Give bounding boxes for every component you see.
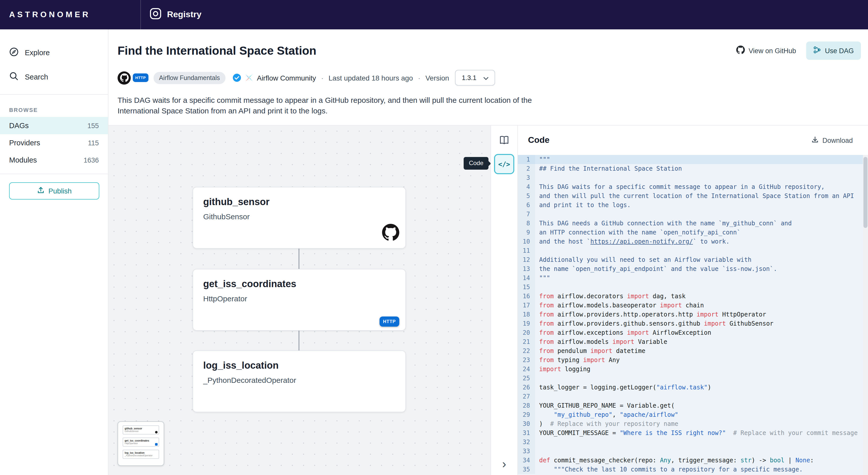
minimap-node-type: GithubSensor	[125, 430, 157, 433]
line-number: 28	[518, 401, 535, 410]
graph-edge	[299, 331, 300, 351]
task-node-github-sensor[interactable]: github_sensor GithubSensor	[192, 187, 406, 249]
github-avatar[interactable]	[118, 71, 131, 84]
task-name: log_iss_location	[203, 360, 395, 371]
line-content: and the host `https://api.open-notify.or…	[535, 237, 730, 246]
sidebar-item-search[interactable]: Search	[0, 65, 108, 89]
minimap-node-name: log_iss_location	[125, 451, 157, 454]
line-number: 7	[518, 210, 535, 219]
line-number: 27	[518, 392, 535, 401]
code-line: 12Additionally you will need to set an A…	[518, 255, 868, 264]
graph-minimap[interactable]: github_sensor GithubSensor get_iss_coord…	[118, 421, 164, 466]
sidebar-item-explore[interactable]: Explore	[0, 40, 108, 65]
line-content: def commit_message_checker(repo: Any, tr…	[535, 456, 814, 465]
line-number: 22	[518, 346, 535, 355]
minimap-node-icon	[155, 431, 158, 434]
readme-tab-button[interactable]	[499, 135, 510, 146]
line-content: the name `open_notify_api_endpoint` and …	[535, 264, 777, 273]
line-number: 12	[518, 255, 535, 264]
github-icon	[382, 224, 399, 243]
dag-graph-canvas[interactable]: github_sensor GithubSensor get_iss_coord…	[108, 126, 491, 475]
code-line: 17from airflow.models.baseoperator impor…	[518, 301, 868, 310]
line-content	[535, 438, 539, 447]
use-dag-label: Use DAG	[825, 47, 854, 55]
task-name: github_sensor	[203, 197, 395, 208]
line-number: 32	[518, 438, 535, 447]
author-link[interactable]: Airflow Community	[257, 74, 316, 82]
task-node-log-iss-location[interactable]: log_iss_location _PythonDecoratedOperato…	[192, 350, 406, 412]
line-number: 26	[518, 383, 535, 392]
task-node-get-iss-coordinates[interactable]: get_iss_coordinates HttpOperator HTTP	[192, 269, 406, 331]
line-number: 13	[518, 264, 535, 273]
code-viewer[interactable]: 1"""2## Find the International Space Sta…	[518, 155, 868, 475]
line-number: 1	[518, 155, 535, 164]
sidebar: Explore Search BROWSE DAGs 155	[0, 29, 108, 475]
line-number: 6	[518, 201, 535, 210]
use-dag-button[interactable]: Use DAG	[806, 41, 861, 60]
browse-item-count: 1636	[84, 156, 99, 164]
code-line: 20from airflow.exceptions import Airflow…	[518, 328, 868, 337]
dag-description: This DAG waits for a specific commit mes…	[118, 95, 566, 116]
download-button[interactable]: Download	[811, 136, 853, 145]
line-content: """Check the last 10 commits to a reposi…	[535, 465, 803, 474]
line-content	[535, 447, 539, 456]
code-line: 24import logging	[518, 365, 868, 374]
task-type: _PythonDecoratedOperator	[203, 376, 395, 384]
minimap-node-type: _PythonDecoratedOperator	[125, 454, 157, 457]
line-number: 3	[518, 173, 535, 182]
code-panel-header: Code Download	[518, 126, 868, 155]
compass-icon	[9, 47, 19, 58]
collapse-panel-chevron[interactable]: ›	[502, 458, 506, 470]
line-content: from airflow.providers.github.sensors.gi…	[535, 319, 774, 328]
line-number: 8	[518, 219, 535, 228]
code-line: 4This DAG waits for a specific commit me…	[518, 182, 868, 192]
registry-label: Registry	[167, 10, 202, 20]
code-scrollbar-thumb[interactable]	[863, 157, 867, 228]
line-content: from airflow.providers.http.operators.ht…	[535, 310, 766, 319]
line-number: 18	[518, 310, 535, 319]
code-line: 29 "my_github_repo", "apache/airflow"	[518, 410, 868, 419]
sidebar-item-dags[interactable]: DAGs 155	[0, 117, 108, 134]
line-content	[535, 392, 539, 401]
meta-separator: ·	[321, 74, 323, 82]
download-label: Download	[823, 136, 853, 144]
minimap-node: log_iss_location _PythonDecoratedOperato…	[123, 450, 159, 459]
browse-section-label: BROWSE	[0, 100, 108, 117]
sidebar-item-providers[interactable]: Providers 115	[0, 134, 108, 151]
tag-airflow-fundamentals[interactable]: Airflow Fundamentals	[154, 72, 225, 84]
http-provider-badge[interactable]: HTTP	[133, 73, 149, 82]
minimap-node-name: get_iss_coordinates	[125, 439, 157, 442]
line-content	[535, 246, 539, 255]
code-line: 6and print it to the logs.	[518, 201, 868, 210]
version-dropdown[interactable]: 1.3.1	[455, 70, 495, 86]
registry-home-link[interactable]: Registry	[149, 7, 202, 22]
line-number: 10	[518, 237, 535, 246]
line-number: 21	[518, 337, 535, 346]
line-content: and then will pull the current location …	[535, 192, 854, 201]
code-tooltip: Code	[464, 157, 489, 170]
line-number: 29	[518, 410, 535, 419]
code-line: 19from airflow.providers.github.sensors.…	[518, 319, 868, 328]
code-line: 33	[518, 447, 868, 456]
line-number: 9	[518, 228, 535, 237]
code-panel-title: Code	[528, 135, 550, 145]
line-content	[535, 374, 539, 383]
code-tab-button[interactable]: </>	[494, 154, 514, 174]
sidebar-item-modules[interactable]: Modules 1636	[0, 151, 108, 169]
line-content: YOUR_COMMIT_MESSAGE = "Where is the ISS …	[535, 429, 858, 438]
line-content: "my_github_repo", "apache/airflow"	[535, 410, 678, 419]
code-line: 18from airflow.providers.http.operators.…	[518, 310, 868, 319]
line-number: 34	[518, 456, 535, 465]
publish-button[interactable]: Publish	[9, 182, 99, 200]
line-number: 23	[518, 355, 535, 365]
line-number: 20	[518, 328, 535, 337]
branch-icon	[813, 46, 821, 55]
graph-edge	[299, 249, 300, 269]
http-operator-icon: HTTP	[379, 316, 399, 325]
line-number: 19	[518, 319, 535, 328]
astronomer-logo[interactable]: ASTRONOMER	[9, 10, 90, 19]
minimap-node: github_sensor GithubSensor	[123, 426, 159, 435]
task-type: GithubSensor	[203, 212, 395, 221]
line-content: from airflow.decorators import dag, task	[535, 292, 686, 301]
view-on-github-link[interactable]: View on GitHub	[737, 45, 796, 56]
